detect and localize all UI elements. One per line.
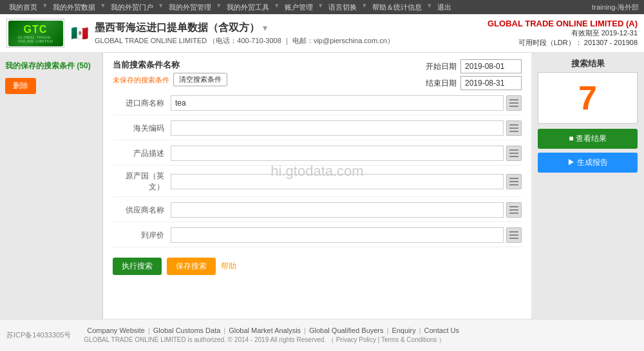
nav-my-home[interactable]: 我的首页 — [5, 1, 41, 14]
search-result-title: 搜索结果 — [571, 58, 605, 70]
sidebar: 我的保存的搜索条件 (50) 删除 — [0, 53, 103, 319]
clear-conditions-button[interactable]: 清空搜索条件 — [173, 73, 227, 86]
generate-report-button[interactable]: ▶ 生成报告 — [538, 153, 638, 173]
header-right: GLOBAL TRADE ONLINE LIMITED (A) 有效期至 201… — [488, 19, 638, 48]
importer-input[interactable] — [171, 95, 504, 111]
origin-country-input[interactable] — [171, 174, 504, 189]
country-flag: 🇲🇽 — [71, 25, 88, 42]
action-row: 执行搜索 保存搜索 帮助 — [113, 254, 522, 275]
header: GTC GLOBAL TRADEONLINE LIMITED 🇲🇽 墨西哥海运进… — [0, 14, 644, 53]
form-header: 当前搜索条件名称 未保存的搜索条件 清空搜索条件 开始日期 结束日期 — [113, 59, 522, 90]
start-date-input[interactable] — [460, 59, 522, 73]
svg-rect-10 — [509, 181, 518, 182]
footer-right: Company Website | Global Customs Data | … — [84, 327, 462, 345]
top-nav-left: 我的首页 ▾ 我的外贸数据 ▾ 我的外贸门户 ▾ 我的外贸管理 ▾ 我的外贸工具… — [5, 1, 455, 14]
date-section: 开始日期 结束日期 — [426, 59, 522, 90]
importer-icon[interactable] — [506, 95, 522, 111]
nav-management[interactable]: 我的外贸管理 — [165, 1, 215, 14]
origin-country-row: 原产国（英文） — [113, 171, 522, 197]
svg-rect-15 — [509, 231, 518, 232]
view-result-button[interactable]: ■ 查看结果 — [538, 129, 638, 149]
svg-rect-6 — [509, 149, 518, 151]
nav-trade-data[interactable]: 我的外贸数据 — [49, 1, 99, 14]
footer-link-customs-data[interactable]: Global Customs Data — [150, 327, 224, 334]
ldr: 可用时段（LDR）： 201307 - 201908 — [488, 38, 638, 48]
importer-label: 进口商名称 — [113, 98, 171, 109]
footer-link-company-website[interactable]: Company Website — [84, 327, 148, 334]
origin-country-label: 原产国（英文） — [113, 171, 171, 193]
supplier-input[interactable] — [171, 202, 504, 218]
result-number: 7 — [578, 79, 597, 117]
right-panel: 搜索结果 7 ■ 查看结果 ▶ 生成报告 — [531, 53, 644, 319]
landing-price-row: 到岸价 — [113, 227, 522, 247]
footer-link-qualified-buyers[interactable]: Global Qualified Buyers — [306, 327, 387, 334]
footer-copyright: GLOBAL TRADE ONLINE LIMITED is authorize… — [84, 336, 462, 345]
footer-link-market-analysis[interactable]: Global Market Analysis — [225, 327, 304, 334]
customs-code-label: 海关编码 — [113, 123, 171, 134]
icp-number: 苏ICP备14033305号 — [6, 330, 71, 340]
help-button[interactable]: 帮助 — [221, 261, 236, 272]
form-title: 当前搜索条件名称 — [113, 59, 227, 71]
sidebar-title[interactable]: 我的保存的搜索条件 (50) — [5, 58, 97, 74]
footer-link-enquiry[interactable]: Enquiry — [388, 327, 419, 334]
company-name: GLOBAL TRADE ONLINE LIMITED (A) — [488, 19, 638, 28]
svg-rect-13 — [509, 209, 518, 211]
page-title: 墨西哥海运进口提单数据（含双方） — [95, 21, 260, 35]
landing-price-input[interactable] — [171, 227, 504, 243]
importer-row: 进口商名称 — [113, 95, 522, 115]
footer: 苏ICP备14033305号 Company Website | Global … — [0, 319, 644, 351]
supplier-label: 供应商名称 — [113, 205, 171, 216]
nav-account[interactable]: 账户管理 — [281, 1, 317, 14]
start-date-row: 开始日期 — [426, 59, 522, 73]
supplier-icon[interactable] — [506, 202, 522, 218]
top-nav-right-label: training-海外部 — [592, 3, 639, 12]
svg-rect-8 — [509, 156, 518, 157]
svg-rect-11 — [509, 184, 518, 185]
product-desc-input[interactable] — [171, 146, 504, 161]
nav-language[interactable]: 语言切换 — [325, 1, 361, 14]
nav-portal[interactable]: 我的外贸门户 — [107, 1, 157, 14]
svg-rect-14 — [509, 213, 518, 214]
nav-tools[interactable]: 我的外贸工具 — [223, 1, 273, 14]
result-box: 7 — [538, 72, 638, 124]
title-arrow: ▾ — [263, 23, 267, 33]
origin-country-icon[interactable] — [506, 174, 522, 189]
footer-link-contact-us[interactable]: Contact Us — [421, 327, 462, 334]
unsaved-label: 未保存的搜索条件 — [113, 75, 169, 85]
contact-phone: 电话：400-710-3008 — [216, 37, 281, 44]
supplier-row: 供应商名称 — [113, 202, 522, 222]
save-search-button[interactable]: 保存搜索 — [167, 258, 216, 275]
svg-rect-16 — [509, 234, 518, 236]
form-title-section: 当前搜索条件名称 未保存的搜索条件 清空搜索条件 — [113, 59, 227, 86]
svg-rect-9 — [509, 178, 518, 179]
search-form: 当前搜索条件名称 未保存的搜索条件 清空搜索条件 开始日期 结束日期 hi.gt… — [103, 53, 531, 319]
footer-links: Company Website | Global Customs Data | … — [84, 327, 462, 334]
contact-company: GLOBAL TRADE ONLINE LIMITED — [95, 37, 207, 44]
delete-button[interactable]: 删除 — [5, 78, 36, 94]
svg-rect-0 — [509, 99, 518, 100]
end-date-row: 结束日期 — [426, 76, 522, 90]
logo: GTC GLOBAL TRADEONLINE LIMITED — [6, 19, 64, 48]
product-desc-row: 产品描述 — [113, 146, 522, 166]
landing-price-icon[interactable] — [506, 227, 522, 243]
customs-code-input[interactable] — [171, 120, 504, 136]
logo-sub-text: GLOBAL TRADEONLINE LIMITED — [18, 35, 53, 43]
customs-code-icon[interactable] — [506, 120, 522, 136]
customs-code-row: 海关编码 — [113, 120, 522, 140]
nav-help[interactable]: 帮助＆统计信息 — [368, 1, 426, 14]
execute-search-button[interactable]: 执行搜索 — [113, 258, 162, 275]
contact-email: 电邮：vip@pierschina.com.cn — [292, 37, 387, 44]
top-navigation: 我的首页 ▾ 我的外贸数据 ▾ 我的外贸门户 ▾ 我的外贸管理 ▾ 我的外贸工具… — [0, 0, 644, 14]
nav-logout[interactable]: 退出 — [433, 1, 455, 14]
header-left: GTC GLOBAL TRADEONLINE LIMITED 🇲🇽 墨西哥海运进… — [6, 19, 394, 48]
product-desc-icon[interactable] — [506, 146, 522, 161]
landing-price-label: 到岸价 — [113, 230, 171, 241]
start-date-label: 开始日期 — [426, 61, 457, 72]
product-desc-label: 产品描述 — [113, 148, 171, 159]
svg-rect-2 — [509, 106, 518, 107]
main-content: 我的保存的搜索条件 (50) 删除 当前搜索条件名称 未保存的搜索条件 清空搜索… — [0, 53, 644, 319]
svg-rect-3 — [509, 124, 518, 126]
svg-rect-1 — [509, 102, 518, 104]
header-contact: GLOBAL TRADE ONLINE LIMITED （电话：400-710-… — [95, 36, 394, 46]
end-date-input[interactable] — [460, 76, 522, 90]
